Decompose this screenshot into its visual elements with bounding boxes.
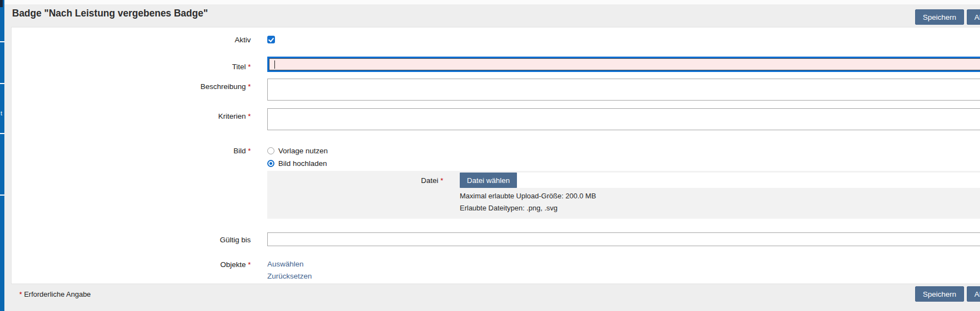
bild-option-vorlage-label: Vorlage nutzen (278, 147, 328, 155)
form-row-titel: Titel * (12, 57, 980, 72)
datei-label: Datei * (267, 173, 460, 188)
file-name-field[interactable] (517, 173, 980, 188)
aktiv-label: Aktiv (12, 35, 267, 44)
form-row-datei: Datei * Datei wählen (267, 173, 980, 188)
cancel-button[interactable]: Abbrechen (967, 286, 980, 302)
text-caret (274, 60, 275, 69)
radio-unselected-icon[interactable] (267, 147, 274, 154)
objekte-zuruecksetzen-link[interactable]: Zurücksetzen (267, 272, 312, 280)
page-title: Badge "Nach Leistung vergebenes Badge" (12, 8, 208, 19)
radio-selected-icon[interactable] (267, 160, 274, 167)
nav-separator (0, 41, 4, 42)
form-row-aktiv: Aktiv (12, 35, 980, 44)
toolbar-top: Speichern Abbrechen (915, 9, 980, 25)
aktiv-checkbox[interactable] (267, 36, 275, 43)
left-nav-strip[interactable]: t (0, 0, 4, 311)
cancel-button[interactable]: Abbrechen (967, 9, 980, 25)
bild-option-vorlage[interactable]: Vorlage nutzen (267, 145, 980, 157)
required-marker: * (441, 176, 443, 185)
objekte-label: Objekte * (12, 260, 267, 280)
required-marker: * (248, 112, 251, 120)
form-row-bild: Bild * Vorlage nutzen Bild hochladen (12, 145, 980, 170)
required-marker: * (19, 290, 22, 298)
bild-option-hochladen-label: Bild hochladen (278, 159, 327, 168)
form-row-objekte: Objekte * Auswählen Zurücksetzen (12, 260, 980, 280)
bild-option-hochladen[interactable]: Bild hochladen (267, 157, 980, 170)
kriterien-label: Kriterien * (12, 108, 267, 130)
badge-form-panel: Aktiv Titel * Beschreibung * Kriterien *… (11, 27, 980, 284)
titel-label: Titel * (12, 57, 267, 72)
nav-separator (0, 133, 4, 134)
gueltig-bis-input[interactable] (267, 232, 980, 246)
nav-separator (0, 195, 4, 196)
save-button[interactable]: Speichern (915, 286, 964, 302)
bild-label: Bild * (12, 145, 267, 170)
required-note-text: Erforderliche Angabe (24, 290, 91, 298)
top-strip (4, 0, 980, 4)
toolbar-bottom: Speichern Abbrechen (915, 286, 980, 302)
upload-info: Maximal erlaubte Upload-Größe: 200.0 MB … (460, 192, 980, 212)
required-field-note: * Erforderliche Angabe (19, 290, 91, 298)
objekte-auswaehlen-link[interactable]: Auswählen (267, 260, 304, 268)
file-choose-button[interactable]: Datei wählen (460, 173, 517, 188)
upload-max-size-note: Maximal erlaubte Upload-Größe: 200.0 MB (460, 192, 980, 200)
nav-truncated-label: t (1, 110, 2, 116)
required-marker: * (248, 147, 251, 155)
required-marker: * (248, 260, 251, 269)
form-row-beschreibung: Beschreibung * (12, 79, 980, 101)
titel-focus-ring (267, 57, 980, 72)
save-button[interactable]: Speichern (915, 9, 964, 25)
required-marker: * (248, 82, 251, 91)
nav-top-segment (0, 0, 3, 7)
file-input: Datei wählen (460, 173, 980, 188)
upload-subsection: Datei * Datei wählen Maximal erlaubte Up… (267, 171, 980, 219)
required-marker: * (248, 63, 251, 71)
gueltig-bis-label: Gültig bis (12, 232, 267, 246)
upload-filetypes-note: Erlaubte Dateitypen: .png, .svg (460, 204, 980, 212)
beschreibung-label: Beschreibung * (12, 79, 267, 101)
form-row-kriterien: Kriterien * (12, 108, 980, 130)
form-row-gueltig-bis: Gültig bis (12, 232, 980, 246)
titel-input[interactable] (269, 58, 980, 70)
nav-separator (0, 83, 4, 84)
beschreibung-textarea[interactable] (267, 79, 980, 101)
kriterien-textarea[interactable] (267, 108, 980, 130)
